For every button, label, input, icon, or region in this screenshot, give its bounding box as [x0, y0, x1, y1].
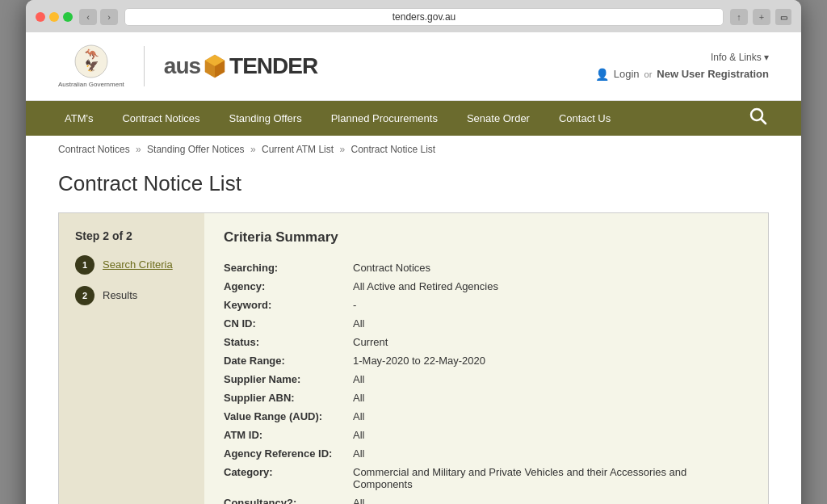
breadcrumb-sep-2: »: [250, 144, 256, 155]
close-button[interactable]: [36, 12, 45, 22]
criteria-value: All: [353, 388, 749, 407]
criteria-value: 1-May-2020 to 22-May-2020: [353, 351, 749, 370]
breadcrumb-item-3[interactable]: Current ATM List: [262, 144, 334, 155]
nav-link-planned-procurements[interactable]: Planned Procurements: [317, 101, 452, 136]
steps-heading: Step 2 of 2: [75, 229, 188, 242]
login-link[interactable]: Login: [614, 68, 640, 80]
criteria-label: Value Range (AUD):: [224, 407, 353, 426]
criteria-row: Searching:Contract Notices: [224, 258, 749, 277]
criteria-title: Criteria Summary: [224, 229, 749, 246]
criteria-value: All: [353, 426, 749, 444]
criteria-value: -: [353, 296, 749, 314]
step-2-item: 2 Results: [75, 286, 188, 305]
criteria-value: Contract Notices: [353, 258, 749, 277]
new-tab-button[interactable]: +: [753, 9, 770, 25]
criteria-value: All: [353, 370, 749, 388]
criteria-row: Consultancy?:All: [224, 494, 749, 504]
criteria-label: Keyword:: [224, 296, 353, 314]
austender-logo: aus TENDER: [164, 53, 317, 79]
forward-button[interactable]: ›: [100, 9, 118, 25]
criteria-table: Searching:Contract NoticesAgency:All Act…: [224, 258, 749, 504]
criteria-label: Supplier Name:: [224, 370, 353, 388]
step-1-circle: 1: [75, 255, 94, 275]
criteria-row: Date Range:1-May-2020 to 22-May-2020: [224, 351, 749, 370]
breadcrumb-sep-3: »: [339, 144, 345, 155]
criteria-value: All: [353, 444, 749, 463]
breadcrumb-item-2[interactable]: Standing Offer Notices: [147, 144, 245, 155]
criteria-row: Status:Current: [224, 333, 749, 351]
nav-item-senate-order[interactable]: Senate Order: [452, 101, 544, 136]
logo-divider: [144, 46, 145, 86]
or-text: or: [644, 69, 653, 79]
nav-item-planned-procurements[interactable]: Planned Procurements: [317, 101, 452, 136]
logo-aus: aus: [164, 53, 200, 79]
nav-link-senate-order[interactable]: Senate Order: [452, 101, 544, 136]
criteria-value: All: [353, 314, 749, 333]
step-1-link[interactable]: Search Criteria: [103, 258, 173, 271]
criteria-label: Status:: [224, 333, 353, 351]
address-bar[interactable]: tenders.gov.au: [124, 8, 724, 26]
criteria-value: Commercial and Military and Private Vehi…: [353, 463, 749, 494]
main-content: Step 2 of 2 1 Search Criteria 2 Results …: [26, 212, 801, 504]
breadcrumb-item-4[interactable]: Contract Notice List: [351, 144, 435, 155]
breadcrumb-sep-1: »: [136, 144, 141, 155]
step-1-item: 1 Search Criteria: [75, 255, 188, 275]
criteria-value: All Active and Retired Agencies: [353, 277, 749, 296]
criteria-label: Supplier ABN:: [224, 388, 353, 407]
header-auth: 👤 Login or New User Registration: [595, 68, 769, 81]
nav-items: ATM's Contract Notices Standing Offers P…: [50, 101, 740, 136]
criteria-row: Agency:All Active and Retired Agencies: [224, 277, 749, 296]
criteria-label: Consultancy?:: [224, 494, 353, 504]
maximize-button[interactable]: [63, 12, 73, 22]
logo-cube-icon: [202, 53, 228, 79]
criteria-value: All: [353, 494, 749, 504]
criteria-label: Date Range:: [224, 351, 353, 370]
criteria-row: Supplier ABN:All: [224, 388, 749, 407]
site-header: 🦘 🦅 Australian Government aus: [26, 32, 801, 101]
nav-link-contract-notices[interactable]: Contract Notices: [107, 101, 214, 136]
share-button[interactable]: ↑: [730, 9, 748, 25]
criteria-label: Agency:: [224, 277, 353, 296]
steps-panel: Step 2 of 2 1 Search Criteria 2 Results: [59, 213, 204, 504]
breadcrumb-item-1[interactable]: Contract Notices: [58, 144, 130, 155]
svg-line-8: [762, 119, 766, 124]
logo-tender: TENDER: [229, 53, 317, 79]
nav-link-standing-offers[interactable]: Standing Offers: [215, 101, 317, 136]
criteria-label: CN ID:: [224, 314, 353, 333]
logo-area: 🦘 🦅 Australian Government aus: [58, 44, 317, 89]
svg-text:🦅: 🦅: [84, 59, 99, 73]
nav-item-contact-us[interactable]: Contact Us: [544, 101, 625, 136]
page-title-section: Contract Notice List: [26, 163, 801, 212]
back-button[interactable]: ‹: [79, 9, 97, 25]
criteria-label: Agency Reference ID:: [224, 444, 353, 463]
criteria-row: Category:Commercial and Military and Pri…: [224, 463, 749, 494]
header-right: Info & Links ▾ 👤 Login or New User Regis…: [595, 52, 769, 81]
gov-logo: 🦘 🦅 Australian Government: [58, 44, 124, 89]
page-title: Contract Notice List: [58, 171, 769, 196]
criteria-panel: Criteria Summary Searching:Contract Noti…: [204, 213, 768, 504]
criteria-label: ATM ID:: [224, 426, 353, 444]
gov-label: Australian Government: [58, 81, 124, 89]
criteria-label: Searching:: [224, 258, 353, 277]
step-2-label: Results: [103, 289, 137, 301]
info-links[interactable]: Info & Links ▾: [711, 52, 769, 63]
criteria-row: Keyword:-: [224, 296, 749, 314]
window-icon: ▭: [775, 9, 791, 25]
breadcrumb: Contract Notices » Standing Offer Notice…: [26, 136, 801, 163]
criteria-row: CN ID:All: [224, 314, 749, 333]
nav-link-atms[interactable]: ATM's: [50, 101, 107, 136]
register-link[interactable]: New User Registration: [657, 68, 769, 80]
criteria-value: All: [353, 407, 749, 426]
minimize-button[interactable]: [49, 12, 59, 22]
nav-item-contract-notices[interactable]: Contract Notices: [107, 101, 214, 136]
nav-link-contact-us[interactable]: Contact Us: [544, 101, 625, 136]
nav-item-atms[interactable]: ATM's: [50, 101, 107, 136]
coat-of-arms-icon: 🦘 🦅: [73, 44, 109, 79]
step-2-circle: 2: [75, 286, 94, 305]
content-wrapper: Step 2 of 2 1 Search Criteria 2 Results …: [58, 212, 769, 504]
criteria-row: Value Range (AUD):All: [224, 407, 749, 426]
criteria-row: Supplier Name:All: [224, 370, 749, 388]
search-icon[interactable]: [740, 101, 777, 136]
user-icon: 👤: [595, 68, 609, 81]
nav-item-standing-offers[interactable]: Standing Offers: [215, 101, 317, 136]
